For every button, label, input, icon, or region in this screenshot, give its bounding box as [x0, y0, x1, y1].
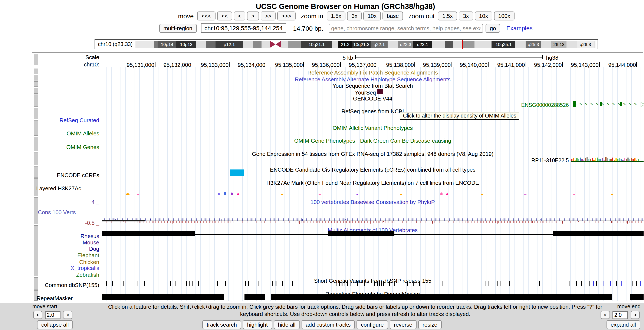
zoom-in-3x-button[interactable]: 3x [347, 12, 362, 20]
track-label-0-5[interactable]: -0.5 _ [32, 220, 99, 226]
move-end-left-button[interactable]: < [601, 311, 610, 319]
track-label-chicken[interactable]: Chicken [32, 259, 99, 265]
move-end-right-button[interactable]: > [630, 311, 640, 319]
track-title-gene-expression-in-54-tissues-from-gtex-[interactable]: Gene Expression in 54 tissues from GTEx … [102, 151, 644, 157]
track-label-scale[interactable]: Scale [32, 54, 99, 60]
track-sidebar-button[interactable] [34, 88, 38, 94]
track-label-omim-genes[interactable]: OMIM Genes [32, 144, 99, 150]
multi-region-button[interactable]: multi-region [159, 24, 196, 32]
move-start-left-button[interactable]: < [33, 311, 42, 319]
resize-button[interactable]: resize [418, 320, 442, 329]
add-custom-tracks-button[interactable]: add custom tracks [301, 320, 355, 329]
repeat-element-block[interactable] [630, 294, 644, 300]
track-label-common-dbsnp-155[interactable]: Common dbSNP(155) [32, 282, 99, 288]
ideogram-band: q23.1 [413, 41, 432, 48]
repeat-element-block[interactable] [244, 294, 265, 300]
chromosome-ideogram[interactable]: chr10 (q23.33) 10p1410p13p12.110q21.121.… [94, 39, 598, 50]
track-title-refseq-genes-from-ncbi[interactable]: RefSeq genes from NCBI [102, 108, 644, 114]
track-title-reference-assembly-alternate-haplotype-s[interactable]: Reference Assembly Alternate Haplotype S… [102, 77, 644, 82]
dbsnp-variants-row[interactable] [102, 281, 644, 286]
snp-tick [210, 281, 211, 286]
highlight-button[interactable]: highlight [243, 320, 272, 329]
track-title-h3k27ac-mark-often-found-near-regulatory[interactable]: H3K27Ac Mark (Often Found Near Regulator… [102, 180, 644, 186]
move--button[interactable]: >> [261, 12, 276, 20]
gencode-gene-glyph[interactable]: <<<<<<<<<<<<<<<< ▷ [573, 101, 644, 107]
repeat-element-block[interactable] [271, 294, 612, 300]
zoom-out-10x-button[interactable]: 10x [475, 12, 492, 20]
track-image-area[interactable]: Scalechr10:Scalechr10:RefSeq CuratedOMIM… [32, 52, 643, 302]
track-sidebar-button[interactable] [34, 75, 38, 80]
encode-ccre-feature[interactable] [230, 170, 244, 176]
snp-tick [610, 281, 610, 286]
search-input[interactable] [328, 24, 483, 32]
h3k27ac-peak [126, 193, 130, 195]
snp-tick [282, 281, 283, 286]
ideogram-band: p12.1 [216, 41, 243, 48]
track-search-button[interactable]: track search [202, 320, 241, 329]
phylop-positive-spike [346, 219, 346, 220]
go-button[interactable]: go [486, 24, 500, 32]
reverse-button[interactable]: reverse [390, 320, 416, 329]
track-label-zebrafish[interactable]: Zebrafish [32, 272, 99, 278]
rhesus-alignment-block[interactable] [102, 231, 194, 236]
position-box[interactable]: chr10:95,129,555-95,144,254 [201, 24, 286, 33]
phylop-negative-spike [194, 221, 194, 224]
track-title-encode-candidate-cis-regulatory-elements[interactable]: ENCODE Candidate Cis-Regulatory Elements… [102, 167, 644, 172]
move--button[interactable]: <<< [197, 12, 215, 20]
track-title-reference-assembly-fix-patch-sequence-al[interactable]: Reference Assembly Fix Patch Sequence Al… [102, 70, 644, 75]
track-label-chr10[interactable]: chr10: [32, 62, 99, 67]
rhesus-alignment-block[interactable] [328, 231, 394, 236]
move-start-value-input[interactable] [45, 311, 60, 319]
track-sidebar-button[interactable] [34, 81, 38, 87]
zoom-in-10x-button[interactable]: 10x [363, 12, 381, 20]
repeatmasker-row[interactable] [102, 294, 644, 300]
track-label-cons-100-verts[interactable]: Cons 100 Verts [38, 210, 76, 215]
phylop-conservation-signal[interactable] [102, 215, 644, 224]
track-title-your-sequence-from-blat-search[interactable]: Your Sequence from Blat Search [102, 83, 644, 88]
examples-link[interactable]: Examples [506, 25, 532, 32]
track-label-omim-alleles[interactable]: OMIM Alleles [32, 131, 99, 136]
track-sidebar-button[interactable] [34, 94, 38, 107]
track-label-layered-h3k27ac[interactable]: Layered H3K27Ac [36, 186, 81, 191]
rhesus-alignment-block[interactable] [553, 231, 644, 236]
track-label-refseq-curated[interactable]: RefSeq Curated [32, 118, 99, 123]
move-end-value-input[interactable] [612, 311, 628, 319]
track-label-encode-ccres[interactable]: ENCODE cCREs [32, 172, 99, 178]
gtex-gene-label[interactable]: RP11-310E22.5 [531, 158, 569, 164]
track-title-omim-allelic-variant-phenotypes[interactable]: OMIM Allelic Variant Phenotypes [102, 125, 644, 131]
move-start-right-button[interactable]: > [63, 311, 72, 319]
gtex-expression-bars[interactable] [571, 155, 643, 161]
zoom-in-base-button[interactable]: base [382, 12, 403, 20]
repeat-element-block[interactable] [102, 294, 224, 300]
track-label-repeatmasker[interactable]: RepeatMasker [37, 296, 72, 301]
track-label-mouse[interactable]: Mouse [32, 240, 99, 245]
zoom-in-1-5x-button[interactable]: 1.5x [327, 12, 346, 20]
hide-all-button[interactable]: hide all [274, 320, 300, 329]
move--button[interactable]: > [247, 12, 259, 20]
track-title-100-vertebrates-basewise-conservation-by[interactable]: 100 vertebrates Basewise Conservation by… [102, 199, 644, 205]
track-title-gencode-v44[interactable]: GENCODE V44 [102, 96, 644, 101]
move--button[interactable]: < [234, 12, 245, 20]
track-sidebar-button[interactable] [34, 68, 38, 74]
layered-h3k27ac-signal[interactable] [102, 188, 644, 195]
ideogram-band: 10q21.3 [352, 41, 371, 48]
track-label-4[interactable]: 4 _ [32, 199, 99, 205]
track-label-rhesus[interactable]: Rhesus [32, 233, 99, 239]
track-label-dog[interactable]: Dog [32, 246, 99, 252]
multiz-rhesus-alignment[interactable] [102, 231, 644, 236]
move--button[interactable]: << [217, 12, 232, 20]
track-title-omim-gene-phenotypes-dark-green-can-be-d[interactable]: OMIM Gene Phenotypes - Dark Green Can Be… [102, 138, 644, 144]
zoom-out-100x-button[interactable]: 100x [494, 12, 514, 20]
gtex-tissue-bar [629, 159, 630, 161]
gencode-gene-label[interactable]: ENSG00000288526 [521, 102, 569, 108]
zoom-out-1-5x-button[interactable]: 1.5x [438, 12, 457, 20]
track-label-x-tropicalis[interactable]: X_tropicalis [32, 265, 99, 271]
track-sidebar-button[interactable] [34, 152, 38, 165]
move--button[interactable]: >>> [277, 12, 296, 20]
track-label-elephant[interactable]: Elephant [32, 252, 99, 258]
yourseq-alignment-feature[interactable] [378, 89, 383, 94]
snp-tick [205, 281, 205, 286]
configure-button[interactable]: configure [356, 320, 388, 329]
expand-all-button[interactable]: expand all [606, 320, 640, 329]
zoom-out-3x-button[interactable]: 3x [459, 12, 473, 20]
